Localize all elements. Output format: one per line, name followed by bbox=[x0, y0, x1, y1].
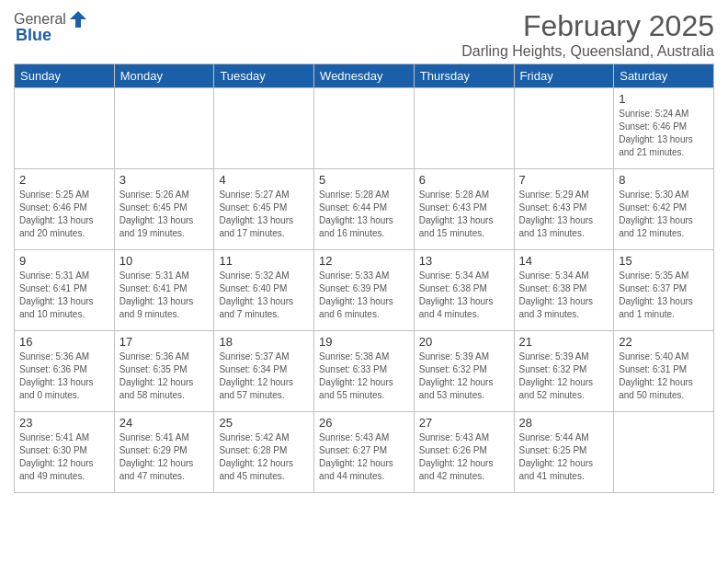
header-saturday: Saturday bbox=[614, 64, 714, 88]
day-number: 13 bbox=[419, 254, 509, 268]
table-row bbox=[514, 88, 614, 169]
table-row bbox=[314, 88, 415, 169]
calendar-week-row: 1Sunrise: 5:24 AM Sunset: 6:46 PM Daylig… bbox=[15, 88, 714, 169]
header-sunday: Sunday bbox=[15, 64, 115, 88]
day-info: Sunrise: 5:43 AM Sunset: 6:26 PM Dayligh… bbox=[419, 431, 509, 483]
header-monday: Monday bbox=[114, 64, 214, 88]
table-row: 22Sunrise: 5:40 AM Sunset: 6:31 PM Dayli… bbox=[614, 331, 714, 412]
table-row: 23Sunrise: 5:41 AM Sunset: 6:30 PM Dayli… bbox=[15, 412, 115, 493]
table-row: 7Sunrise: 5:29 AM Sunset: 6:43 PM Daylig… bbox=[514, 169, 614, 250]
day-number: 15 bbox=[619, 254, 709, 268]
day-info: Sunrise: 5:43 AM Sunset: 6:27 PM Dayligh… bbox=[319, 431, 409, 483]
table-row: 24Sunrise: 5:41 AM Sunset: 6:29 PM Dayli… bbox=[114, 412, 214, 493]
day-number: 21 bbox=[519, 335, 609, 349]
day-info: Sunrise: 5:27 AM Sunset: 6:45 PM Dayligh… bbox=[219, 189, 309, 240]
calendar-week-row: 2Sunrise: 5:25 AM Sunset: 6:46 PM Daylig… bbox=[15, 169, 714, 250]
day-info: Sunrise: 5:44 AM Sunset: 6:25 PM Dayligh… bbox=[519, 431, 609, 483]
table-row bbox=[614, 412, 714, 493]
day-info: Sunrise: 5:34 AM Sunset: 6:38 PM Dayligh… bbox=[419, 270, 509, 321]
table-row: 20Sunrise: 5:39 AM Sunset: 6:32 PM Dayli… bbox=[414, 331, 514, 412]
day-info: Sunrise: 5:39 AM Sunset: 6:32 PM Dayligh… bbox=[519, 350, 609, 402]
day-info: Sunrise: 5:24 AM Sunset: 6:46 PM Dayligh… bbox=[619, 108, 709, 159]
table-row: 5Sunrise: 5:28 AM Sunset: 6:44 PM Daylig… bbox=[314, 169, 415, 250]
title-area: February 2025 Darling Heights, Queenslan… bbox=[461, 9, 714, 60]
day-number: 5 bbox=[319, 173, 409, 187]
table-row: 8Sunrise: 5:30 AM Sunset: 6:42 PM Daylig… bbox=[614, 169, 714, 250]
calendar-week-row: 23Sunrise: 5:41 AM Sunset: 6:30 PM Dayli… bbox=[15, 412, 714, 493]
day-number: 10 bbox=[119, 254, 210, 268]
day-number: 4 bbox=[219, 173, 309, 187]
day-number: 22 bbox=[619, 335, 709, 349]
logo: General Blue bbox=[14, 9, 88, 45]
table-row: 26Sunrise: 5:43 AM Sunset: 6:27 PM Dayli… bbox=[314, 412, 415, 493]
day-number: 27 bbox=[419, 416, 509, 430]
day-info: Sunrise: 5:41 AM Sunset: 6:29 PM Dayligh… bbox=[119, 431, 210, 483]
table-row: 13Sunrise: 5:34 AM Sunset: 6:38 PM Dayli… bbox=[414, 250, 514, 331]
table-row: 18Sunrise: 5:37 AM Sunset: 6:34 PM Dayli… bbox=[214, 331, 314, 412]
table-row: 12Sunrise: 5:33 AM Sunset: 6:39 PM Dayli… bbox=[314, 250, 415, 331]
day-info: Sunrise: 5:30 AM Sunset: 6:42 PM Dayligh… bbox=[619, 189, 709, 240]
month-title: February 2025 bbox=[461, 9, 714, 43]
day-info: Sunrise: 5:28 AM Sunset: 6:44 PM Dayligh… bbox=[319, 189, 409, 240]
table-row: 9Sunrise: 5:31 AM Sunset: 6:41 PM Daylig… bbox=[15, 250, 115, 331]
day-number: 2 bbox=[19, 173, 109, 187]
table-row: 11Sunrise: 5:32 AM Sunset: 6:40 PM Dayli… bbox=[214, 250, 314, 331]
header-friday: Friday bbox=[514, 64, 614, 88]
day-info: Sunrise: 5:26 AM Sunset: 6:45 PM Dayligh… bbox=[119, 189, 210, 240]
day-number: 7 bbox=[519, 173, 609, 187]
table-row: 17Sunrise: 5:36 AM Sunset: 6:35 PM Dayli… bbox=[114, 331, 214, 412]
calendar-table: Sunday Monday Tuesday Wednesday Thursday… bbox=[14, 63, 714, 493]
day-number: 8 bbox=[619, 173, 709, 187]
table-row: 10Sunrise: 5:31 AM Sunset: 6:41 PM Dayli… bbox=[114, 250, 214, 331]
day-info: Sunrise: 5:33 AM Sunset: 6:39 PM Dayligh… bbox=[319, 270, 409, 321]
table-row bbox=[414, 88, 514, 169]
table-row: 15Sunrise: 5:35 AM Sunset: 6:37 PM Dayli… bbox=[614, 250, 714, 331]
day-info: Sunrise: 5:31 AM Sunset: 6:41 PM Dayligh… bbox=[19, 270, 109, 321]
day-info: Sunrise: 5:42 AM Sunset: 6:28 PM Dayligh… bbox=[219, 431, 309, 483]
header-tuesday: Tuesday bbox=[214, 64, 314, 88]
day-number: 11 bbox=[219, 254, 309, 268]
day-info: Sunrise: 5:36 AM Sunset: 6:35 PM Dayligh… bbox=[119, 350, 210, 402]
calendar-week-row: 9Sunrise: 5:31 AM Sunset: 6:41 PM Daylig… bbox=[15, 250, 714, 331]
day-info: Sunrise: 5:28 AM Sunset: 6:43 PM Dayligh… bbox=[419, 189, 509, 240]
table-row bbox=[114, 88, 214, 169]
day-number: 25 bbox=[219, 416, 309, 430]
day-number: 26 bbox=[319, 416, 409, 430]
day-number: 23 bbox=[19, 416, 109, 430]
day-number: 19 bbox=[319, 335, 409, 349]
logo-icon bbox=[68, 9, 88, 29]
day-number: 18 bbox=[219, 335, 309, 349]
table-row: 25Sunrise: 5:42 AM Sunset: 6:28 PM Dayli… bbox=[214, 412, 314, 493]
table-row: 16Sunrise: 5:36 AM Sunset: 6:36 PM Dayli… bbox=[15, 331, 115, 412]
day-number: 1 bbox=[619, 92, 709, 106]
weekday-header-row: Sunday Monday Tuesday Wednesday Thursday… bbox=[15, 64, 714, 88]
page-container: General Blue February 2025 Darling Heigh… bbox=[0, 0, 728, 502]
table-row: 6Sunrise: 5:28 AM Sunset: 6:43 PM Daylig… bbox=[414, 169, 514, 250]
table-row bbox=[214, 88, 314, 169]
day-number: 24 bbox=[119, 416, 210, 430]
table-row: 4Sunrise: 5:27 AM Sunset: 6:45 PM Daylig… bbox=[214, 169, 314, 250]
day-info: Sunrise: 5:35 AM Sunset: 6:37 PM Dayligh… bbox=[619, 270, 709, 321]
header-wednesday: Wednesday bbox=[314, 64, 415, 88]
header-thursday: Thursday bbox=[414, 64, 514, 88]
day-number: 16 bbox=[19, 335, 109, 349]
table-row: 2Sunrise: 5:25 AM Sunset: 6:46 PM Daylig… bbox=[15, 169, 115, 250]
table-row: 21Sunrise: 5:39 AM Sunset: 6:32 PM Dayli… bbox=[514, 331, 614, 412]
table-row: 19Sunrise: 5:38 AM Sunset: 6:33 PM Dayli… bbox=[314, 331, 415, 412]
day-info: Sunrise: 5:25 AM Sunset: 6:46 PM Dayligh… bbox=[19, 189, 109, 240]
day-number: 17 bbox=[119, 335, 210, 349]
table-row bbox=[15, 88, 115, 169]
logo-blue-text: Blue bbox=[16, 26, 51, 45]
table-row: 28Sunrise: 5:44 AM Sunset: 6:25 PM Dayli… bbox=[514, 412, 614, 493]
day-info: Sunrise: 5:29 AM Sunset: 6:43 PM Dayligh… bbox=[519, 189, 609, 240]
table-row: 3Sunrise: 5:26 AM Sunset: 6:45 PM Daylig… bbox=[114, 169, 214, 250]
day-number: 9 bbox=[19, 254, 109, 268]
table-row: 1Sunrise: 5:24 AM Sunset: 6:46 PM Daylig… bbox=[614, 88, 714, 169]
day-number: 6 bbox=[419, 173, 509, 187]
day-info: Sunrise: 5:41 AM Sunset: 6:30 PM Dayligh… bbox=[19, 431, 109, 483]
table-row: 14Sunrise: 5:34 AM Sunset: 6:38 PM Dayli… bbox=[514, 250, 614, 331]
day-number: 3 bbox=[119, 173, 210, 187]
day-info: Sunrise: 5:39 AM Sunset: 6:32 PM Dayligh… bbox=[419, 350, 509, 402]
table-row: 27Sunrise: 5:43 AM Sunset: 6:26 PM Dayli… bbox=[414, 412, 514, 493]
location: Darling Heights, Queensland, Australia bbox=[461, 43, 714, 60]
